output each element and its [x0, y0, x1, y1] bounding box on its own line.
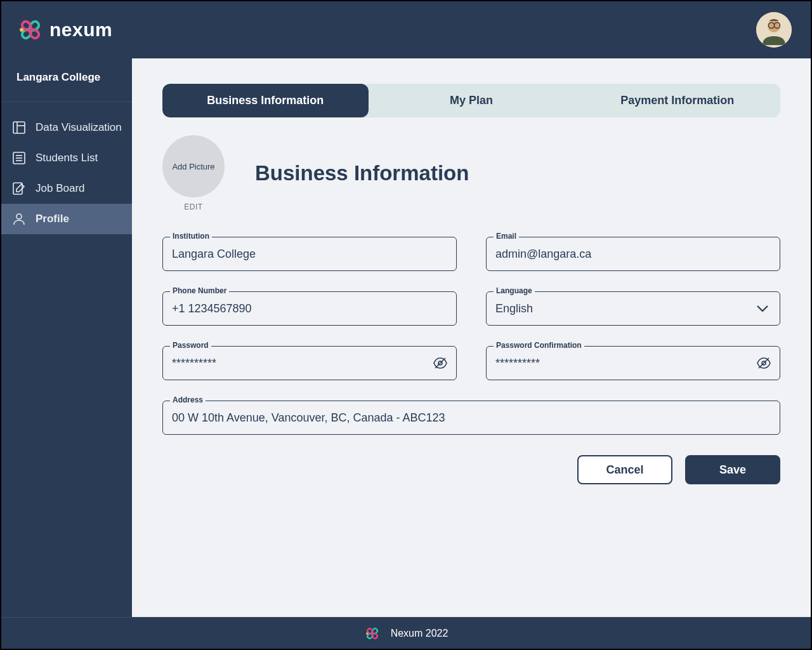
edit-picture-link[interactable]: EDIT [184, 202, 202, 211]
main-content: Business Information My Plan Payment Inf… [132, 58, 811, 617]
sidebar-item-profile[interactable]: Profile [1, 204, 132, 234]
user-icon [11, 211, 27, 227]
email-input[interactable] [486, 237, 780, 271]
sidebar-item-label: Profile [36, 213, 69, 225]
sidebar-item-label: Students List [36, 152, 98, 164]
sidebar-item-label: Job Board [36, 182, 85, 195]
field-institution: Institution [162, 237, 457, 271]
phone-input[interactable] [162, 291, 457, 326]
field-label: Address [170, 395, 206, 404]
footer: Nexum 2022 [1, 617, 811, 649]
field-label: Language [494, 286, 535, 295]
brand-name: nexum [49, 19, 112, 41]
brand-logo: nexum [16, 16, 112, 44]
sidebar-item-data-visualization[interactable]: Data Visualization [1, 112, 132, 143]
field-label: Password Confirmation [494, 341, 584, 350]
field-password: Password [162, 346, 457, 380]
org-name: Langara College [1, 58, 132, 102]
field-label: Institution [170, 232, 212, 241]
logo-icon [364, 625, 381, 642]
field-label: Email [494, 232, 519, 241]
field-password-confirm: Password Confirmation [486, 346, 780, 380]
field-label: Password [170, 341, 211, 350]
sidebar-item-job-board[interactable]: Job Board [1, 173, 132, 204]
sidebar-item-label: Data Visualization [36, 121, 122, 134]
field-phone: Phone Number [162, 291, 457, 326]
svg-point-18 [366, 632, 369, 635]
page-title: Business Information [255, 161, 469, 185]
institution-input[interactable] [162, 237, 457, 271]
footer-text: Nexum 2022 [391, 628, 449, 639]
header: nexum [1, 1, 811, 58]
password-confirm-input[interactable] [486, 346, 780, 380]
password-input[interactable] [162, 346, 457, 380]
user-avatar[interactable] [756, 12, 792, 48]
field-email: Email [486, 237, 780, 271]
svg-rect-5 [13, 122, 25, 133]
nav: Data Visualization Students List Job Boa… [1, 102, 132, 234]
tabs: Business Information My Plan Payment Inf… [162, 84, 780, 117]
tab-payment-information[interactable]: Payment Information [574, 84, 780, 117]
field-address: Address [162, 401, 780, 435]
logo-icon [16, 16, 44, 44]
tab-my-plan[interactable]: My Plan [369, 84, 575, 117]
language-select[interactable] [486, 291, 780, 326]
layout-icon [11, 120, 27, 135]
list-icon [11, 150, 27, 166]
eye-off-icon[interactable] [433, 355, 448, 371]
svg-point-0 [20, 28, 23, 32]
svg-point-13 [16, 214, 22, 219]
eye-off-icon[interactable] [756, 355, 771, 371]
field-label: Phone Number [170, 286, 229, 295]
edit-icon [11, 181, 27, 196]
sidebar: Langara College Data Visualization Stude… [1, 58, 132, 617]
save-button[interactable]: Save [685, 455, 780, 484]
address-input[interactable] [162, 401, 780, 435]
field-language: Language [486, 291, 780, 326]
tab-business-information[interactable]: Business Information [162, 84, 369, 117]
add-picture-button[interactable]: Add Picture [162, 135, 225, 197]
cancel-button[interactable]: Cancel [577, 455, 672, 484]
sidebar-item-students-list[interactable]: Students List [1, 143, 132, 173]
